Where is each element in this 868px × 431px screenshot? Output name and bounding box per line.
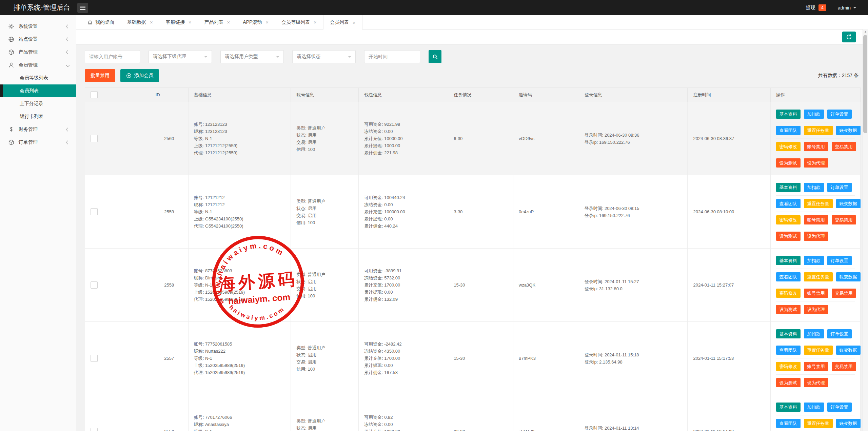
op-button[interactable]: 设为测试 xyxy=(776,378,801,387)
tab-item[interactable]: 基础数据× xyxy=(121,15,159,29)
op-button[interactable]: 订单设置 xyxy=(827,183,852,192)
op-button[interactable]: 查看团队 xyxy=(776,346,801,355)
account-search-input[interactable] xyxy=(85,50,140,63)
op-button[interactable]: 密码修改 xyxy=(776,215,801,224)
op-button[interactable]: 设为代理 xyxy=(804,378,828,387)
op-button[interactable]: 查看团队 xyxy=(776,419,801,428)
vertical-scrollbar[interactable]: ▲ xyxy=(863,29,868,431)
row-checkbox[interactable] xyxy=(91,208,98,215)
op-button[interactable]: 密码修改 xyxy=(776,362,801,371)
close-icon[interactable]: × xyxy=(314,19,317,25)
sidebar-item[interactable]: 订单管理 xyxy=(0,136,76,149)
op-button[interactable]: 设为代理 xyxy=(804,305,828,314)
start-time-input[interactable] xyxy=(364,50,420,63)
row-checkbox[interactable] xyxy=(91,428,98,431)
op-button[interactable]: 基本资料 xyxy=(776,110,801,119)
op-button[interactable]: 密码修改 xyxy=(776,289,801,298)
op-button[interactable]: 交易禁用 xyxy=(832,362,856,371)
op-button[interactable]: 账号禁用 xyxy=(804,142,828,151)
op-button[interactable]: 交易禁用 xyxy=(832,289,856,298)
scroll-up-icon[interactable]: ▲ xyxy=(863,29,868,34)
op-button[interactable]: 基本资料 xyxy=(776,256,801,265)
add-member-button[interactable]: 添加会员 xyxy=(120,69,159,82)
op-button[interactable]: 账变数据 xyxy=(836,126,861,135)
op-button[interactable]: 设为测试 xyxy=(776,158,801,168)
op-button[interactable]: 重置任务量 xyxy=(804,272,833,281)
op-button[interactable]: 加扣款 xyxy=(804,403,824,412)
column-header: 账号信息 xyxy=(291,88,359,102)
op-button[interactable]: 账号禁用 xyxy=(804,215,828,224)
close-icon[interactable]: × xyxy=(353,20,356,25)
agent-select[interactable]: 请选择下级代理 xyxy=(149,50,212,63)
tab-item[interactable]: 会员等级列表× xyxy=(275,15,323,29)
op-button[interactable]: 重置任务量 xyxy=(804,199,833,208)
scrollbar-thumb[interactable] xyxy=(863,35,867,133)
op-button[interactable]: 账变数据 xyxy=(836,272,861,281)
login-info-line: 登录ip: 169.150.222.76 xyxy=(585,212,682,219)
tab-item[interactable]: 客服链接× xyxy=(159,15,198,29)
search-button[interactable] xyxy=(429,50,441,63)
op-button[interactable]: 重置任务量 xyxy=(804,346,833,355)
tab-item[interactable]: 会员列表× xyxy=(323,15,362,30)
op-button[interactable]: 订单设置 xyxy=(827,110,852,119)
close-icon[interactable]: × xyxy=(150,19,153,25)
op-button[interactable]: 加扣款 xyxy=(804,256,824,265)
op-button[interactable]: 账号禁用 xyxy=(804,362,828,371)
op-button[interactable]: 查看团队 xyxy=(776,199,801,208)
op-button[interactable]: 基本资料 xyxy=(776,329,801,338)
tab-item[interactable]: APP滚动× xyxy=(236,15,275,29)
op-button[interactable]: 查看团队 xyxy=(776,126,801,135)
row-checkbox-cell xyxy=(85,249,150,322)
withdraw-menu[interactable]: 提现 4 xyxy=(806,4,826,11)
op-button[interactable]: 订单设置 xyxy=(827,329,852,338)
sidebar-subitem[interactable]: 上下分记录 xyxy=(0,97,76,110)
tab-item[interactable]: 我的桌面 xyxy=(81,15,121,29)
row-checkbox[interactable] xyxy=(91,135,98,142)
user-menu[interactable]: admin xyxy=(838,5,856,11)
sidebar-item[interactable]: 财务管理 xyxy=(0,123,76,136)
sidebar-item[interactable]: 产品管理 xyxy=(0,46,76,59)
sidebar-item[interactable]: 站点设置 xyxy=(0,33,76,46)
op-button[interactable]: 加扣款 xyxy=(804,110,824,119)
op-button[interactable]: 密码修改 xyxy=(776,142,801,151)
op-button[interactable]: 基本资料 xyxy=(776,403,801,412)
tab-label: 会员列表 xyxy=(330,19,349,25)
base-info-line: 账号: 77017276066 xyxy=(194,414,285,421)
op-button[interactable]: 加扣款 xyxy=(804,329,824,338)
op-button[interactable]: 账变数据 xyxy=(836,346,861,355)
user-type-select[interactable]: 请选择用户类型 xyxy=(220,50,284,63)
hamburger-menu-icon[interactable] xyxy=(77,3,88,13)
status-select[interactable]: 请选择状态 xyxy=(292,50,356,63)
op-button[interactable]: 交易禁用 xyxy=(832,142,856,151)
select-all-checkbox[interactable] xyxy=(91,91,98,98)
op-button[interactable]: 设为代理 xyxy=(804,232,828,241)
op-button[interactable]: 订单设置 xyxy=(827,256,852,265)
op-button[interactable]: 账号禁用 xyxy=(804,289,828,298)
op-button[interactable]: 交易禁用 xyxy=(832,215,856,224)
close-icon[interactable]: × xyxy=(189,19,192,25)
sidebar-subitem[interactable]: 会员列表 xyxy=(0,84,76,97)
register-time-cell: 2024-06-30 08:36:37 xyxy=(688,102,770,175)
op-button[interactable]: 加扣款 xyxy=(804,183,824,192)
row-checkbox[interactable] xyxy=(91,281,98,289)
op-button[interactable]: 订单设置 xyxy=(827,403,852,412)
op-button[interactable]: 账变数据 xyxy=(836,199,861,208)
op-button[interactable]: 账变数据 xyxy=(836,419,861,428)
close-icon[interactable]: × xyxy=(265,19,269,25)
op-button[interactable]: 设为测试 xyxy=(776,305,801,314)
close-icon[interactable]: × xyxy=(227,19,230,25)
op-button[interactable]: 重置任务量 xyxy=(804,419,833,428)
sidebar-item[interactable]: 系统设置 xyxy=(0,20,76,33)
sidebar-item[interactable]: 会员管理 xyxy=(0,59,76,72)
op-button[interactable]: 设为代理 xyxy=(804,158,828,168)
tab-item[interactable]: 产品列表× xyxy=(198,15,237,29)
op-button[interactable]: 查看团队 xyxy=(776,272,801,281)
op-button[interactable]: 基本资料 xyxy=(776,183,801,192)
refresh-button[interactable] xyxy=(842,32,856,42)
op-button[interactable]: 重置任务量 xyxy=(804,126,833,135)
sidebar-subitem[interactable]: 会员等级列表 xyxy=(0,72,76,84)
sidebar-subitem[interactable]: 银行卡列表 xyxy=(0,110,76,123)
op-button[interactable]: 设为测试 xyxy=(776,232,801,241)
row-checkbox[interactable] xyxy=(91,355,98,362)
batch-disable-button[interactable]: 批量禁用 xyxy=(85,69,115,82)
